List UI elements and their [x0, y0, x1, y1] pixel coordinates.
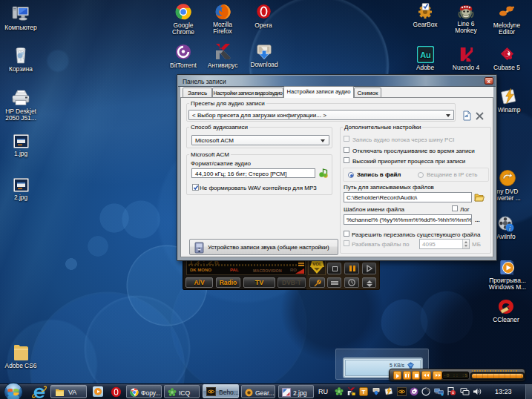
svg-text:Au: Au [420, 50, 431, 59]
